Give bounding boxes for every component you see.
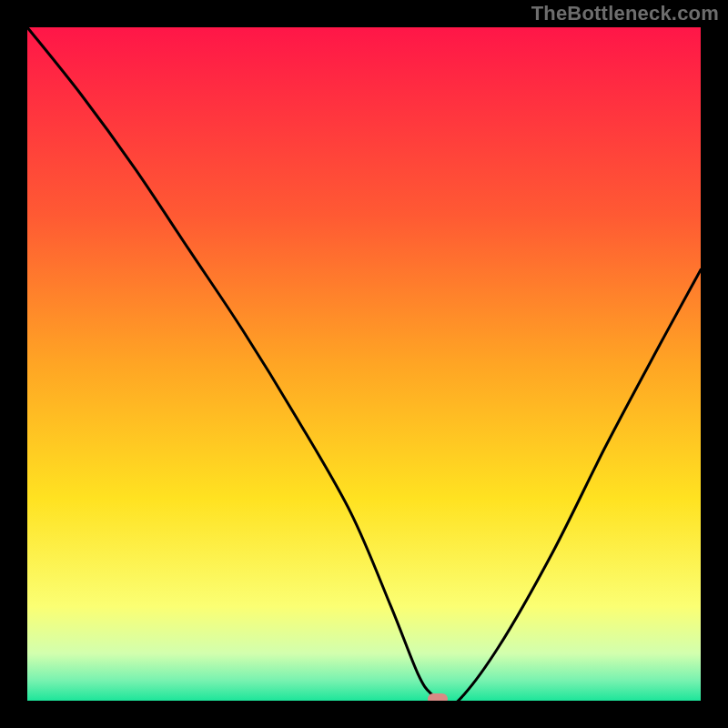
gradient-background (27, 27, 701, 701)
plot-area (27, 27, 701, 701)
chart-svg (27, 27, 701, 701)
watermark-text: TheBottleneck.com (531, 2, 719, 25)
optimum-marker (428, 693, 448, 701)
chart-frame: TheBottleneck.com (0, 0, 728, 728)
